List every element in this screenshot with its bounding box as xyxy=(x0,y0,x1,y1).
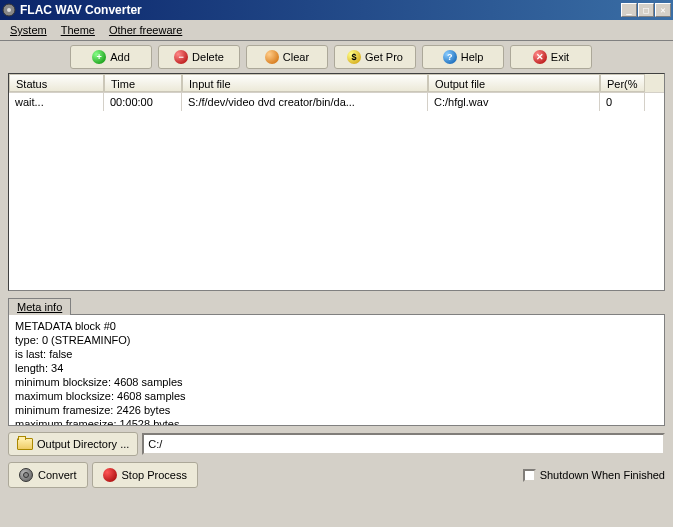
add-button[interactable]: +Add xyxy=(70,45,152,69)
col-output[interactable]: Output file xyxy=(428,74,600,92)
meta-info-box: METADATA block #0 type: 0 (STREAMINFO) i… xyxy=(8,314,665,426)
close-button[interactable]: ✕ xyxy=(655,3,671,17)
meta-line: maximum blocksize: 4608 samples xyxy=(15,389,658,403)
shutdown-label: Shutdown When Finished xyxy=(540,469,665,481)
output-path-input[interactable] xyxy=(142,433,665,455)
col-time[interactable]: Time xyxy=(104,74,182,92)
menu-system[interactable]: System xyxy=(4,22,53,38)
window-title: FLAC WAV Converter xyxy=(20,3,621,17)
cell-status: wait... xyxy=(9,93,104,111)
col-per[interactable]: Per(% xyxy=(600,74,645,92)
menubar: System Theme Other freeware xyxy=(0,20,673,41)
exit-button[interactable]: ✕Exit xyxy=(510,45,592,69)
col-input[interactable]: Input file xyxy=(182,74,428,92)
minimize-button[interactable]: _ xyxy=(621,3,637,17)
shutdown-checkbox[interactable] xyxy=(523,469,536,482)
table-row[interactable]: wait... 00:00:00 S:/f/dev/video dvd crea… xyxy=(9,93,664,111)
cell-time: 00:00:00 xyxy=(104,93,182,111)
plus-icon: + xyxy=(92,50,106,64)
clear-icon xyxy=(265,50,279,64)
meta-line: is last: false xyxy=(15,347,658,361)
col-status[interactable]: Status xyxy=(9,74,104,92)
titlebar: FLAC WAV Converter _ □ ✕ xyxy=(0,0,673,20)
cell-per: 0 xyxy=(600,93,645,111)
shutdown-option: Shutdown When Finished xyxy=(523,469,665,482)
stop-process-button[interactable]: Stop Process xyxy=(92,462,198,488)
exit-icon: ✕ xyxy=(533,50,547,64)
stop-icon xyxy=(103,468,117,482)
table-body[interactable]: wait... 00:00:00 S:/f/dev/video dvd crea… xyxy=(9,93,664,291)
meta-line: minimum blocksize: 4608 samples xyxy=(15,375,658,389)
meta-line: type: 0 (STREAMINFO) xyxy=(15,333,658,347)
help-button[interactable]: ?Help xyxy=(422,45,504,69)
delete-button[interactable]: −Delete xyxy=(158,45,240,69)
tab-meta-info[interactable]: Meta info xyxy=(8,298,71,315)
file-table: Status Time Input file Output file Per(%… xyxy=(8,73,665,291)
app-icon xyxy=(2,3,16,17)
output-directory-button[interactable]: Output Directory ... xyxy=(8,432,138,456)
clear-button[interactable]: Clear xyxy=(246,45,328,69)
menu-theme[interactable]: Theme xyxy=(55,22,101,38)
toolbar: +Add −Delete Clear $Get Pro ?Help ✕Exit xyxy=(0,41,673,73)
maximize-button[interactable]: □ xyxy=(638,3,654,17)
help-icon: ? xyxy=(443,50,457,64)
meta-line: maximum framesize: 14528 bytes xyxy=(15,417,658,426)
meta-line: METADATA block #0 xyxy=(15,319,658,333)
get-pro-button[interactable]: $Get Pro xyxy=(334,45,416,69)
meta-line: minimum framesize: 2426 bytes xyxy=(15,403,658,417)
minus-icon: − xyxy=(174,50,188,64)
star-icon: $ xyxy=(347,50,361,64)
output-directory-row: Output Directory ... xyxy=(8,432,665,456)
meta-section: Meta info METADATA block #0 type: 0 (STR… xyxy=(8,297,665,426)
folder-icon xyxy=(17,438,33,450)
bottom-row: Convert Stop Process Shutdown When Finis… xyxy=(8,462,665,488)
menu-other-freeware[interactable]: Other freeware xyxy=(103,22,188,38)
table-header: Status Time Input file Output file Per(% xyxy=(9,74,664,93)
cell-output: C:/hfgl.wav xyxy=(428,93,600,111)
svg-point-1 xyxy=(7,8,11,12)
meta-line: length: 34 xyxy=(15,361,658,375)
gear-icon xyxy=(19,468,33,482)
convert-button[interactable]: Convert xyxy=(8,462,88,488)
cell-input: S:/f/dev/video dvd creator/bin/da... xyxy=(182,93,428,111)
